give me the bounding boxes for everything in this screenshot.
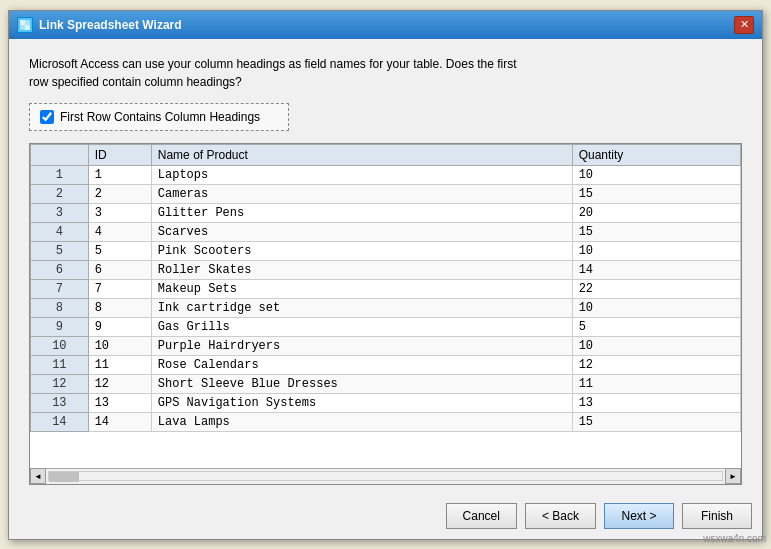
- cell-rownum: 7: [31, 279, 89, 298]
- table-row: 1010Purple Hairdryers10: [31, 336, 741, 355]
- cell-name: Laptops: [151, 165, 572, 184]
- cell-id: 3: [88, 203, 151, 222]
- cell-id: 4: [88, 222, 151, 241]
- table-row: 1111Rose Calendars12: [31, 355, 741, 374]
- window-title: Link Spreadsheet Wizard: [39, 18, 182, 32]
- cell-rownum: 13: [31, 393, 89, 412]
- cell-rownum: 9: [31, 317, 89, 336]
- cell-id: 13: [88, 393, 151, 412]
- content-area: Microsoft Access can use your column hea…: [9, 39, 762, 495]
- table-row: 77Makeup Sets22: [31, 279, 741, 298]
- cell-id: 11: [88, 355, 151, 374]
- cell-quantity: 11: [572, 374, 740, 393]
- cell-name: Pink Scooters: [151, 241, 572, 260]
- table-row: 1414Lava Lamps15: [31, 412, 741, 431]
- scroll-thumb[interactable]: [49, 472, 79, 482]
- cell-quantity: 14: [572, 260, 740, 279]
- table-row: 1212Short Sleeve Blue Dresses11: [31, 374, 741, 393]
- finish-button[interactable]: Finish: [682, 503, 752, 529]
- button-bar: Cancel < Back Next > Finish: [9, 495, 762, 539]
- cell-id: 2: [88, 184, 151, 203]
- table-row: 44Scarves15: [31, 222, 741, 241]
- cell-name: Short Sleeve Blue Dresses: [151, 374, 572, 393]
- table-row: 11Laptops10: [31, 165, 741, 184]
- cell-name: Ink cartridge set: [151, 298, 572, 317]
- cell-name: Scarves: [151, 222, 572, 241]
- table-row: 66Roller Skates14: [31, 260, 741, 279]
- cell-rownum: 12: [31, 374, 89, 393]
- table-scroll-wrapper[interactable]: ID Name of Product Quantity 11Laptops102…: [30, 144, 741, 468]
- back-button[interactable]: < Back: [525, 503, 596, 529]
- svg-rect-1: [25, 25, 30, 30]
- cell-id: 14: [88, 412, 151, 431]
- cell-id: 12: [88, 374, 151, 393]
- cell-quantity: 10: [572, 165, 740, 184]
- data-table-section: ID Name of Product Quantity 11Laptops102…: [29, 143, 742, 485]
- main-window: Link Spreadsheet Wizard ✕ Microsoft Acce…: [8, 10, 763, 540]
- cell-quantity: 22: [572, 279, 740, 298]
- cell-name: Cameras: [151, 184, 572, 203]
- cell-id: 9: [88, 317, 151, 336]
- cell-name: Gas Grills: [151, 317, 572, 336]
- cell-id: 7: [88, 279, 151, 298]
- table-header-row: ID Name of Product Quantity: [31, 144, 741, 165]
- checkbox-label[interactable]: First Row Contains Column Headings: [60, 110, 260, 124]
- cell-rownum: 4: [31, 222, 89, 241]
- cell-id: 8: [88, 298, 151, 317]
- scroll-right-button[interactable]: ►: [725, 468, 741, 484]
- cell-id: 5: [88, 241, 151, 260]
- cell-quantity: 15: [572, 222, 740, 241]
- table-row: 33Glitter Pens20: [31, 203, 741, 222]
- cell-rownum: 11: [31, 355, 89, 374]
- table-row: 99Gas Grills5: [31, 317, 741, 336]
- svg-rect-3: [20, 25, 25, 30]
- close-button[interactable]: ✕: [734, 16, 754, 34]
- cell-name: Rose Calendars: [151, 355, 572, 374]
- watermark: wsxwa4n.com: [703, 533, 766, 544]
- cell-name: Makeup Sets: [151, 279, 572, 298]
- cell-quantity: 10: [572, 298, 740, 317]
- cell-name: GPS Navigation Systems: [151, 393, 572, 412]
- cell-rownum: 2: [31, 184, 89, 203]
- cell-id: 10: [88, 336, 151, 355]
- title-bar-left: Link Spreadsheet Wizard: [17, 17, 182, 33]
- description-text: Microsoft Access can use your column hea…: [29, 55, 589, 91]
- table-body: 11Laptops1022Cameras1533Glitter Pens2044…: [31, 165, 741, 431]
- cell-quantity: 15: [572, 184, 740, 203]
- cell-quantity: 12: [572, 355, 740, 374]
- cell-name: Roller Skates: [151, 260, 572, 279]
- cell-quantity: 15: [572, 412, 740, 431]
- window-icon: [17, 17, 33, 33]
- col-header-id: ID: [88, 144, 151, 165]
- cell-rownum: 5: [31, 241, 89, 260]
- table-row: 1313GPS Navigation Systems13: [31, 393, 741, 412]
- cell-id: 6: [88, 260, 151, 279]
- title-bar: Link Spreadsheet Wizard ✕: [9, 11, 762, 39]
- cell-rownum: 3: [31, 203, 89, 222]
- horizontal-scrollbar[interactable]: ◄ ►: [30, 468, 741, 484]
- scroll-left-button[interactable]: ◄: [30, 468, 46, 484]
- table-row: 22Cameras15: [31, 184, 741, 203]
- cell-quantity: 10: [572, 241, 740, 260]
- col-header-name: Name of Product: [151, 144, 572, 165]
- cell-name: Lava Lamps: [151, 412, 572, 431]
- svg-rect-2: [25, 20, 30, 25]
- cell-rownum: 8: [31, 298, 89, 317]
- scroll-track[interactable]: [48, 471, 723, 481]
- next-button[interactable]: Next >: [604, 503, 674, 529]
- col-header-rownum: [31, 144, 89, 165]
- cell-rownum: 10: [31, 336, 89, 355]
- cell-rownum: 1: [31, 165, 89, 184]
- cell-quantity: 13: [572, 393, 740, 412]
- data-table: ID Name of Product Quantity 11Laptops102…: [30, 144, 741, 432]
- first-row-checkbox[interactable]: [40, 110, 54, 124]
- table-row: 55Pink Scooters10: [31, 241, 741, 260]
- cell-rownum: 6: [31, 260, 89, 279]
- cell-quantity: 10: [572, 336, 740, 355]
- cancel-button[interactable]: Cancel: [446, 503, 517, 529]
- col-header-quantity: Quantity: [572, 144, 740, 165]
- table-row: 88Ink cartridge set10: [31, 298, 741, 317]
- cell-name: Glitter Pens: [151, 203, 572, 222]
- cell-quantity: 20: [572, 203, 740, 222]
- checkbox-container[interactable]: First Row Contains Column Headings: [29, 103, 289, 131]
